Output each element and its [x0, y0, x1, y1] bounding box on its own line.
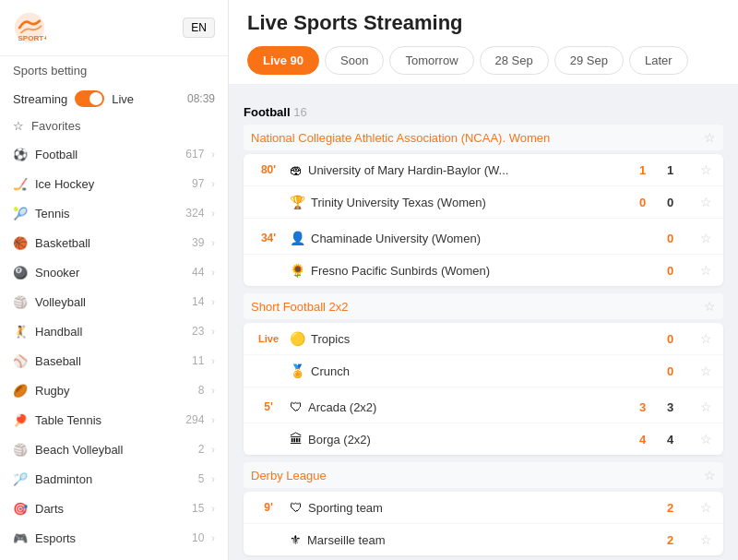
team-row: 🏛 Borga (2x2) 4 4	[290, 430, 685, 448]
league-star-icon[interactable]: ☆	[704, 468, 716, 483]
team-icon: 🟡	[290, 331, 305, 346]
score-home: 0	[667, 332, 685, 346]
league-star-icon[interactable]: ☆	[704, 130, 716, 145]
match-time: 80'	[255, 163, 282, 176]
score-home: 4	[639, 433, 658, 447]
sidebar-items-list: ⚽ Football 617 › 🏒 Ice Hockey 97 › 🎾 Ten…	[0, 139, 228, 560]
sidebar-item-ice-hockey[interactable]: 🏒 Ice Hockey 97 ›	[0, 169, 228, 198]
score-home: 1	[639, 163, 658, 177]
team-name: Trinity University Texas (Women)	[311, 196, 634, 209]
handball-icon: 🤾	[13, 324, 28, 339]
team-row: 🏅 Crunch 0	[290, 362, 685, 380]
baseball-count: 11	[192, 354, 204, 367]
match-star-icon[interactable]: ☆	[693, 162, 712, 177]
tab-live90[interactable]: Live 90	[247, 46, 319, 75]
main-header: Live Sports Streaming Live 90SoonTomorro…	[229, 0, 738, 85]
team-name: Marseille team	[307, 533, 661, 547]
team-name: Crunch	[311, 364, 661, 378]
sidebar-item-table-tennis[interactable]: 🏓 Table Tennis 294 ›	[0, 405, 228, 435]
logo: SPORT+	[13, 11, 46, 44]
match-card-short-football-2x2: Live 🟡 Tropics 0 ☆ 🏅	[244, 323, 723, 455]
tab-28sep[interactable]: 28 Sep	[480, 46, 549, 75]
sidebar-item-snooker[interactable]: 🎱 Snooker 44 ›	[0, 257, 228, 287]
tab-tomorrow[interactable]: Tomorrow	[389, 46, 473, 75]
snooker-label: Snooker	[35, 266, 184, 280]
match-star-icon[interactable]: ☆	[693, 195, 712, 209]
svg-text:SPORT+: SPORT+	[18, 34, 46, 42]
basketball-count: 39	[192, 236, 204, 249]
match-time: Live	[255, 333, 282, 344]
team-name: Borga (2x2)	[308, 433, 634, 447]
star-icon: ☆	[13, 119, 24, 133]
sidebar-item-darts[interactable]: 🎯 Darts 15 ›	[0, 494, 228, 523]
score-home: 2	[667, 533, 685, 547]
football-icon: ⚽	[13, 147, 28, 161]
match-star-icon[interactable]: ☆	[693, 500, 712, 515]
match-star-icon[interactable]: ☆	[693, 432, 712, 447]
team-icon: 🏟	[290, 162, 303, 177]
match-time: 9'	[255, 501, 282, 514]
badminton-count: 5	[198, 472, 205, 485]
match-card-derby-league: 9' 🛡 Sporting team 2 ☆ ⚜	[244, 492, 723, 555]
sidebar-item-handball[interactable]: 🤾 Handball 23 ›	[0, 316, 228, 346]
language-button[interactable]: EN	[183, 18, 215, 38]
sidebar-item-tennis[interactable]: 🎾 Tennis 324 ›	[0, 198, 228, 228]
table-row: 80' 🏟 University of Mary Hardin-Baylor (…	[244, 154, 723, 186]
team-name: Sporting team	[308, 501, 661, 515]
table-row: 🌻 Fresno Pacific Sunbirds (Women) 0 ☆	[244, 255, 723, 286]
sidebar-item-esports[interactable]: 🎮 Esports 10 ›	[0, 523, 228, 553]
match-star-icon[interactable]: ☆	[693, 363, 712, 378]
live-label: Live	[112, 92, 134, 106]
section-title: Football 16	[244, 105, 307, 119]
beach-volleyball-label: Beach Volleyball	[35, 443, 191, 457]
esports-count: 10	[192, 531, 204, 544]
baseball-label: Baseball	[35, 354, 184, 368]
match-star-icon[interactable]: ☆	[693, 399, 712, 414]
ice-hockey-count: 97	[192, 177, 204, 190]
match-star-icon[interactable]: ☆	[693, 331, 712, 346]
favorites-item[interactable]: ☆ Favorites	[0, 113, 228, 139]
chevron-right-icon: ›	[211, 149, 215, 160]
league-derby-league: Derby League ☆	[244, 462, 723, 488]
basketball-label: Basketball	[35, 236, 184, 250]
tennis-label: Tennis	[35, 207, 178, 220]
chevron-right-icon: ›	[211, 473, 215, 484]
match-star-icon[interactable]: ☆	[693, 532, 712, 547]
table-row: 🏅 Crunch 0 ☆	[244, 355, 723, 387]
sidebar-item-volleyball[interactable]: 🏐 Volleyball 14 ›	[0, 287, 228, 316]
chevron-right-icon: ›	[211, 444, 215, 455]
handball-count: 23	[192, 325, 204, 338]
sidebar-item-basketball[interactable]: 🏀 Basketball 39 ›	[0, 228, 228, 257]
sidebar-item-cricket[interactable]: 🏏 Cricket 13 ›	[0, 553, 228, 560]
sports-betting-label: Sports betting	[0, 56, 228, 85]
volleyball-icon: 🏐	[13, 294, 28, 309]
sidebar-item-rugby[interactable]: 🏉 Rugby 8 ›	[0, 375, 228, 405]
sidebar-item-baseball[interactable]: ⚾ Baseball 11 ›	[0, 346, 228, 375]
sidebar-item-football[interactable]: ⚽ Football 617 ›	[0, 139, 228, 169]
section-header: Football 16	[244, 105, 723, 119]
league-star-icon[interactable]: ☆	[704, 299, 716, 314]
match-star-icon[interactable]: ☆	[693, 263, 712, 278]
streaming-toggle[interactable]	[75, 90, 104, 107]
darts-label: Darts	[35, 502, 184, 516]
tab-soon[interactable]: Soon	[325, 46, 384, 75]
tab-later[interactable]: Later	[629, 46, 688, 75]
esports-icon: 🎮	[13, 530, 28, 545]
table-row: ⚜ Marseille team 2 ☆	[244, 524, 723, 555]
team-name: University of Mary Hardin-Baylor (W...	[308, 163, 634, 177]
league-short-football-2x2: Short Football 2x2 ☆	[244, 293, 723, 319]
team-icon: 🛡	[290, 500, 303, 515]
table-row: 🏆 Trinity University Texas (Women) 0 0 ☆	[244, 186, 723, 219]
match-star-icon[interactable]: ☆	[693, 231, 712, 245]
tennis-icon: 🎾	[13, 206, 28, 220]
table-row: 5' 🛡 Arcada (2x2) 3 3 ☆	[244, 391, 723, 423]
sidebar-item-beach-volleyball[interactable]: 🏐 Beach Volleyball 2 ›	[0, 435, 228, 464]
tab-29sep[interactable]: 29 Sep	[554, 46, 624, 75]
table-tennis-icon: 🏓	[13, 412, 28, 427]
handball-label: Handball	[35, 325, 184, 339]
logo-icon: SPORT+	[13, 11, 46, 44]
ice-hockey-icon: 🏒	[13, 176, 28, 191]
sidebar-item-badminton[interactable]: 🏸 Badminton 5 ›	[0, 464, 228, 494]
match-time: 5'	[255, 400, 282, 413]
time-display: 08:39	[187, 92, 215, 105]
